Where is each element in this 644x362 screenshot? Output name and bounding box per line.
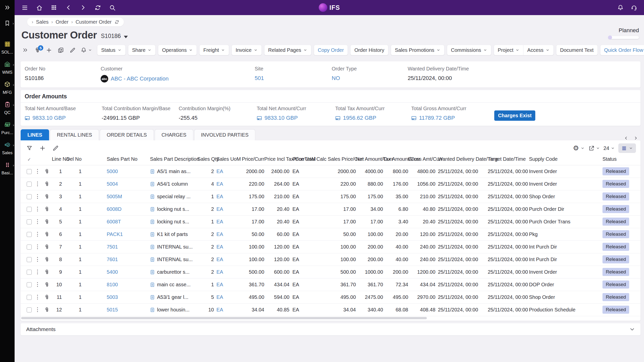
sales-part-no-link[interactable]: 5005M bbox=[107, 194, 122, 199]
row-checkbox[interactable] bbox=[27, 257, 32, 262]
tab-involved-parties[interactable]: INVOLVED PARTIES bbox=[194, 129, 255, 140]
status-menu-button[interactable]: Status bbox=[97, 45, 126, 55]
share-menu-button[interactable]: Share bbox=[128, 45, 156, 55]
row-attachment-paperclip-icon[interactable] bbox=[41, 281, 52, 288]
col-header-price-curr[interactable]: Price/Curr bbox=[229, 156, 264, 163]
row-checkbox[interactable] bbox=[27, 295, 32, 300]
row-kebab-menu-icon[interactable]: ⋮ bbox=[35, 269, 40, 275]
attachments-paperclip-icon[interactable]: 5 bbox=[33, 46, 41, 54]
row-kebab-menu-icon[interactable]: ⋮ bbox=[35, 306, 40, 313]
row-attachment-paperclip-icon[interactable] bbox=[41, 231, 52, 237]
col-header-line-no[interactable]: Line No bbox=[52, 156, 62, 163]
add-line-icon[interactable] bbox=[39, 145, 46, 151]
select-all-check[interactable]: ✓ bbox=[25, 157, 34, 163]
sales-uom-link[interactable]: EA bbox=[216, 282, 223, 287]
menu-hamburger-icon[interactable] bbox=[21, 4, 28, 11]
row-kebab-menu-icon[interactable]: ⋮ bbox=[35, 168, 40, 174]
description-note-icon[interactable] bbox=[150, 181, 155, 187]
col-header-net-amount[interactable]: Net Amount/Curr bbox=[356, 156, 383, 163]
sales-uom-link[interactable]: EA bbox=[216, 269, 223, 275]
row-attachment-paperclip-icon[interactable] bbox=[41, 181, 52, 187]
col-header-price-incl-tax[interactable]: Price Incl Tax/Curr bbox=[264, 156, 289, 163]
row-kebab-menu-icon[interactable]: ⋮ bbox=[35, 281, 40, 288]
sidebar-item-basic-data[interactable]: Basi... › bbox=[0, 161, 15, 181]
sales-part-no-link[interactable]: 6008D bbox=[107, 206, 122, 212]
row-checkbox[interactable] bbox=[27, 282, 32, 287]
site-link[interactable]: 501 bbox=[255, 75, 264, 82]
charges-exist-button[interactable]: Charges Exist bbox=[494, 110, 535, 121]
row-kebab-menu-icon[interactable]: ⋮ bbox=[35, 218, 40, 225]
row-attachment-paperclip-icon[interactable] bbox=[41, 294, 52, 300]
description-note-icon[interactable] bbox=[150, 257, 155, 262]
col-header-price-uom[interactable]: Price UoM bbox=[289, 156, 305, 163]
sales-part-no-link[interactable]: PACK1 bbox=[107, 231, 123, 237]
table-horizontal-scrollbar[interactable] bbox=[21, 317, 427, 319]
description-note-icon[interactable] bbox=[150, 282, 155, 287]
row-checkbox[interactable] bbox=[27, 182, 32, 187]
row-checkbox[interactable] bbox=[27, 270, 32, 275]
sales-uom-link[interactable]: EA bbox=[216, 244, 223, 250]
col-header-target-date[interactable]: Target Date/Time bbox=[486, 156, 527, 163]
tab-order-details[interactable]: ORDER DETAILS bbox=[100, 129, 154, 140]
description-note-icon[interactable] bbox=[150, 169, 155, 174]
export-icon[interactable] bbox=[588, 145, 600, 151]
col-header-description[interactable]: Sales Part Description bbox=[122, 156, 197, 163]
page-size-selector[interactable]: 24 bbox=[603, 145, 615, 151]
row-checkbox[interactable] bbox=[27, 169, 32, 174]
app-launcher-icon[interactable] bbox=[50, 4, 57, 11]
add-icon[interactable] bbox=[45, 46, 53, 54]
total-tax-curr-link[interactable]: 1956.62 GBP bbox=[343, 115, 376, 121]
row-attachment-paperclip-icon[interactable] bbox=[41, 244, 52, 250]
order-history-button[interactable]: Order History bbox=[350, 45, 388, 55]
filter-funnel-icon[interactable] bbox=[26, 145, 33, 151]
col-header-wanted-delivery[interactable]: Wanted Delivery Date/Time bbox=[435, 156, 486, 163]
sales-part-no-link[interactable]: 5003 bbox=[107, 294, 118, 300]
alerts-bell-menu[interactable] bbox=[81, 47, 92, 53]
description-note-icon[interactable] bbox=[150, 244, 155, 250]
search-icon[interactable] bbox=[109, 4, 116, 11]
attachments-expand-chevron-icon[interactable] bbox=[629, 327, 635, 332]
row-kebab-menu-icon[interactable]: ⋮ bbox=[35, 256, 40, 262]
row-attachment-paperclip-icon[interactable] bbox=[41, 193, 52, 199]
row-kebab-menu-icon[interactable]: ⋮ bbox=[35, 206, 40, 212]
support-headset-icon[interactable] bbox=[630, 4, 637, 11]
sales-uom-link[interactable]: EA bbox=[216, 206, 223, 212]
tab-charges[interactable]: CHARGES bbox=[155, 129, 193, 140]
copy-order-button[interactable]: Copy Order bbox=[314, 45, 348, 55]
total-net-curr-link[interactable]: 9833.10 GBP bbox=[264, 115, 298, 121]
description-note-icon[interactable] bbox=[150, 307, 155, 312]
row-checkbox[interactable] bbox=[27, 194, 32, 199]
sales-part-no-link[interactable]: 5004 bbox=[107, 181, 118, 187]
row-kebab-menu-icon[interactable]: ⋮ bbox=[35, 181, 40, 187]
freight-menu-button[interactable]: Freight bbox=[199, 45, 229, 55]
order-type-link[interactable]: NO bbox=[332, 75, 340, 82]
col-header-gross-amt[interactable]: Gross Amt/Curr bbox=[408, 156, 435, 163]
sales-uom-link[interactable]: EA bbox=[216, 307, 223, 312]
tabs-scroll-left-icon[interactable] bbox=[624, 136, 628, 140]
access-menu-button[interactable]: Access bbox=[523, 45, 553, 55]
col-header-tax-amount[interactable]: Tax Amount/Curr bbox=[383, 156, 408, 163]
row-checkbox[interactable] bbox=[27, 207, 32, 212]
notifications-bell-icon[interactable] bbox=[617, 4, 624, 11]
forward-icon[interactable] bbox=[80, 4, 87, 11]
edit-lines-icon[interactable] bbox=[52, 145, 59, 151]
home-icon[interactable] bbox=[36, 4, 43, 11]
tabs-scroll-right-icon[interactable] bbox=[633, 136, 638, 140]
edit-pencil-icon[interactable] bbox=[69, 46, 76, 54]
description-note-icon[interactable] bbox=[150, 232, 155, 237]
row-checkbox[interactable] bbox=[27, 245, 32, 250]
sales-uom-link[interactable]: EA bbox=[216, 294, 223, 300]
row-kebab-menu-icon[interactable]: ⋮ bbox=[35, 231, 40, 237]
invoice-menu-button[interactable]: Invoice bbox=[232, 45, 261, 55]
sales-uom-link[interactable]: EA bbox=[216, 231, 223, 237]
project-menu-button[interactable]: Project bbox=[494, 45, 523, 55]
breadcrumb-customer-order[interactable]: Customer Order bbox=[75, 19, 111, 25]
row-checkbox[interactable] bbox=[27, 219, 32, 224]
sidebar-item-wms[interactable]: WMS › bbox=[0, 60, 15, 81]
row-checkbox[interactable] bbox=[27, 232, 32, 237]
sales-part-no-link[interactable]: 6008T bbox=[107, 219, 121, 224]
description-note-icon[interactable] bbox=[150, 219, 155, 224]
row-attachment-paperclip-icon[interactable] bbox=[41, 307, 52, 313]
sales-part-no-link[interactable]: 5400 bbox=[107, 269, 118, 275]
row-kebab-menu-icon[interactable]: ⋮ bbox=[35, 244, 40, 250]
